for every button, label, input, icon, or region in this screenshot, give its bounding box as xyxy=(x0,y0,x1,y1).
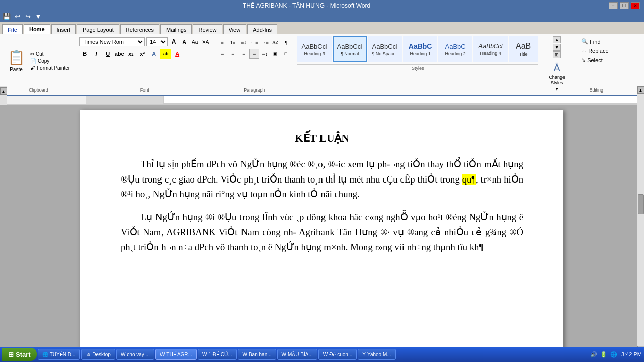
style-heading4[interactable]: AaBbCcI Heading 4 xyxy=(473,36,508,62)
minimize-button[interactable]: − xyxy=(609,2,618,9)
align-right-button[interactable]: ≡ xyxy=(238,49,249,59)
sort-button[interactable]: AZ xyxy=(270,37,280,47)
scroll-up-arrow[interactable]: ▲ xyxy=(637,86,645,94)
style-heading3[interactable]: AaBbCcI Heading 3 xyxy=(297,36,332,62)
right-scrollbar: ▲ ▼ xyxy=(637,86,644,353)
find-button[interactable]: 🔍 Find xyxy=(579,37,610,46)
tab-addins[interactable]: Add-Ins xyxy=(247,24,277,34)
bullets-button[interactable]: ≡ xyxy=(217,37,227,47)
subscript-button[interactable]: x₂ xyxy=(126,49,136,59)
paste-button[interactable]: 📋 Paste xyxy=(5,48,27,74)
align-center-button[interactable]: ≡ xyxy=(228,49,238,59)
numbering-button[interactable]: 1≡ xyxy=(228,37,238,47)
change-case-button[interactable]: Aa xyxy=(190,37,199,46)
text-highlight-button[interactable]: ab xyxy=(160,49,171,59)
window-controls: − ❐ ✕ xyxy=(609,2,640,9)
align-left-button[interactable]: ≡ xyxy=(217,49,227,59)
underline-button[interactable]: U xyxy=(103,49,113,59)
styles-expand[interactable]: ⊞ xyxy=(553,51,561,58)
restore-button[interactable]: ❐ xyxy=(620,2,629,9)
style-no-spacing[interactable]: AaBbCcI ¶ No Spaci... xyxy=(368,36,402,62)
taskbar-mau-bia[interactable]: W MẪU BÌA... xyxy=(277,349,317,360)
system-tray: 🔊 🔋 🌐 xyxy=(590,351,617,358)
nav-up-btn[interactable]: ▲ xyxy=(0,87,7,95)
style-title[interactable]: AaB Title xyxy=(509,36,538,62)
cut-button[interactable]: ✂ Cut xyxy=(28,51,72,57)
quick-access-toolbar: 💾 ↩ ↪ ▼ xyxy=(0,11,644,22)
ribbon-tab-bar: File Home Insert Page Layout References … xyxy=(0,22,644,34)
style-heading2[interactable]: AaBbC Heading 2 xyxy=(438,36,472,62)
style-heading1[interactable]: AaBbC Heading 1 xyxy=(403,36,437,62)
title-bar: THẾ AGRIBANK - TÂN HƯNG - Microsoft Word… xyxy=(0,0,644,11)
paragraph-1: Thỉ lụ sịn phỀm đPch vô NgỬn hụng ®éc ®¸… xyxy=(121,157,523,202)
close-button[interactable]: ✕ xyxy=(631,2,640,9)
taskbar-de-cuon[interactable]: W Đề cuon... xyxy=(318,349,357,360)
line-spacing-button[interactable]: ≡↕ xyxy=(260,49,270,59)
format-painter-button[interactable]: 🖌 Format Painter xyxy=(28,65,72,71)
clear-formatting-button[interactable]: ✕A xyxy=(201,37,210,46)
para-row-1: ≡ 1≡ ≡↕ ←≡ →≡ AZ ¶ xyxy=(217,37,291,47)
start-button[interactable]: ⊞ Start xyxy=(2,348,37,361)
tab-page-layout[interactable]: Page Layout xyxy=(77,24,119,34)
justify-button[interactable]: ≡ xyxy=(249,49,259,59)
style-normal[interactable]: AaBbCcI ¶ Normal xyxy=(333,36,367,62)
bold-button[interactable]: B xyxy=(79,49,90,59)
paragraph-2: Lụ NgỬn hụng ®i ®Ụu trong lĨnh vùc ¸p dô… xyxy=(121,210,523,255)
font-family-select[interactable]: Times New Rom xyxy=(79,37,145,46)
strikethrough-button[interactable]: abc xyxy=(114,49,124,59)
borders-button[interactable]: □ xyxy=(281,49,291,59)
document-area: KẾT LUẬN Thỉ lụ sịn phỀm đPch vô NgỬn hụ… xyxy=(0,105,644,362)
undo-quick-btn[interactable]: ↩ xyxy=(13,12,22,21)
grow-font-button[interactable]: A xyxy=(169,37,178,46)
shading-button[interactable]: ▣ xyxy=(270,49,280,59)
paragraph-group: ≡ 1≡ ≡↕ ←≡ →≡ AZ ¶ ≡ ≡ ≡ ≡ ≡↕ ▣ □ Paragr… xyxy=(214,35,294,94)
taskbar: ⊞ Start 🌐 TUYẺN D... 🖥 Desktop W cho vay… xyxy=(0,347,644,362)
font-row-2: B I U abc x₂ x² A ab A xyxy=(79,49,210,59)
text-effects-button[interactable]: A xyxy=(149,49,159,59)
taskbar-yahoo[interactable]: Y Yahoo M... xyxy=(358,349,395,360)
taskbar-the-agr[interactable]: W THẾ AGR... xyxy=(155,349,197,360)
highlighted-word: qu¶ xyxy=(462,174,476,185)
superscript-button[interactable]: x² xyxy=(137,49,147,59)
taskbar-tuyen[interactable]: 🌐 TUYẺN D... xyxy=(38,349,80,360)
tab-review[interactable]: Review xyxy=(193,24,222,34)
font-color-button[interactable]: A xyxy=(172,49,182,59)
taskbar-1de-cu[interactable]: W 1.ĐỀ CÚ... xyxy=(198,349,237,360)
ribbon: 📋 Paste ✂ Cut 📄 Copy 🖌 Format Painter xyxy=(0,34,644,96)
taskbar-right: 🔊 🔋 🌐 3:42 PM xyxy=(590,351,642,358)
font-size-select[interactable]: 14 xyxy=(146,37,168,46)
editing-group: 🔍 Find ↔ Replace ↘ Select Editing xyxy=(576,35,616,94)
tab-mailings[interactable]: Mailings xyxy=(160,24,192,34)
increase-indent-button[interactable]: →≡ xyxy=(260,37,270,47)
tab-references[interactable]: References xyxy=(120,24,159,34)
multilevel-button[interactable]: ≡↕ xyxy=(238,37,249,47)
shrink-font-button[interactable]: A xyxy=(180,37,189,46)
redo-quick-btn[interactable]: ↪ xyxy=(23,12,32,21)
tab-home[interactable]: Home xyxy=(24,24,50,34)
font-row-1: Times New Rom 14 A A Aa ✕A xyxy=(79,37,210,46)
ruler-inner: for(let i=0; i<=24; i++) { const x = i*3… xyxy=(164,96,644,104)
tab-view[interactable]: View xyxy=(223,24,247,34)
document-title: KẾT LUẬN xyxy=(121,130,523,147)
font-group: Times New Rom 14 A A Aa ✕A B I U abc x₂ … xyxy=(76,35,213,94)
styles-scroll-down[interactable]: ▼ xyxy=(553,44,561,51)
show-hide-button[interactable]: ¶ xyxy=(281,37,291,47)
change-styles-button[interactable]: Ā ChangeStyles ▼ xyxy=(541,61,573,93)
save-quick-btn[interactable]: 💾 xyxy=(2,12,11,21)
styles-scroll-up[interactable]: ▲ xyxy=(553,36,561,43)
para-row-2: ≡ ≡ ≡ ≡ ≡↕ ▣ □ xyxy=(217,49,291,59)
quick-access-dropdown[interactable]: ▼ xyxy=(34,12,43,21)
ruler: for(let i=0; i<=24; i++) { const x = i*3… xyxy=(0,96,644,105)
taskbar-ban-han[interactable]: W Ban han... xyxy=(238,349,276,360)
select-button[interactable]: ↘ Select xyxy=(579,56,610,64)
tab-insert[interactable]: Insert xyxy=(51,24,76,34)
taskbar-cho-vay[interactable]: W cho vay ... xyxy=(116,349,154,360)
italic-button[interactable]: I xyxy=(91,49,101,59)
replace-button[interactable]: ↔ Replace xyxy=(579,47,610,55)
decrease-indent-button[interactable]: ←≡ xyxy=(249,37,259,47)
document-page: KẾT LUẬN Thỉ lụ sịn phỀm đPch vô NgỬn hụ… xyxy=(80,110,564,362)
scroll-thumb[interactable] xyxy=(638,194,644,214)
taskbar-desktop[interactable]: 🖥 Desktop xyxy=(81,349,115,360)
copy-button[interactable]: 📄 Copy xyxy=(28,58,72,64)
tab-file[interactable]: File xyxy=(2,24,23,34)
